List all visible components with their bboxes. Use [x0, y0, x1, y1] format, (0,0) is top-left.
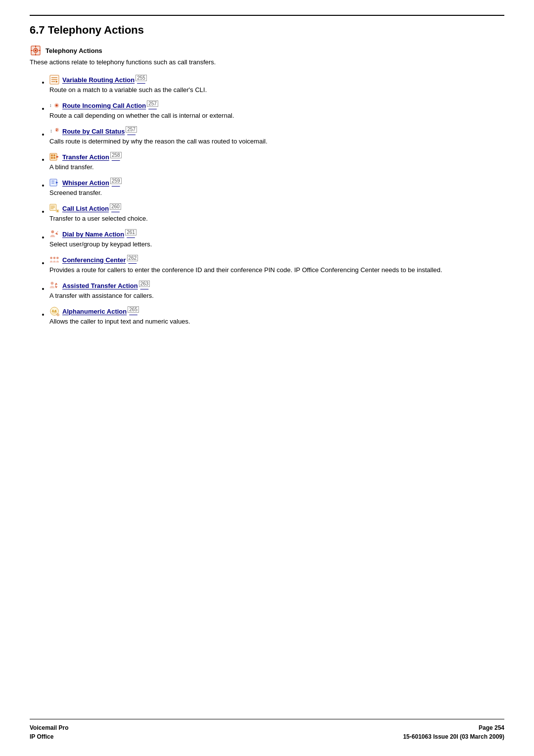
item-header: Aa 1 Alphanumeric Action265 — [49, 306, 504, 316]
conferencing-link[interactable]: Conferencing Center262 — [62, 255, 138, 264]
route-call-status-link[interactable]: Route by Call Status257 — [62, 127, 137, 135]
section-intro: These actions relate to telephony functi… — [30, 58, 504, 66]
svg-rect-24 — [53, 157, 55, 159]
svg-marker-27 — [56, 182, 58, 184]
route-call-status-icon: ↕ 2 — [49, 126, 59, 136]
route-incoming-desc: Route a call depending on whether the ca… — [49, 112, 504, 119]
item-header: ↕ 2 Route by Call Status257 — [49, 126, 504, 136]
list-item: Assisted Transfer Action263 A transfer w… — [49, 281, 504, 299]
list-item: ↕ Route Incoming Call Action257 Route a … — [49, 100, 504, 119]
svg-marker-40 — [55, 283, 57, 285]
items-list: Variable Routing Action255 Route on a ma… — [30, 75, 504, 325]
item-header: ↕ Route Incoming Call Action257 — [49, 100, 504, 110]
item-header: Assisted Transfer Action263 — [49, 281, 504, 290]
item-header: Conferencing Center262 — [49, 255, 504, 265]
list-item: Whisper Action259 Screened transfer. — [49, 178, 504, 196]
svg-text:2: 2 — [56, 128, 58, 132]
footer-issue: 15-601063 Issue 20l (03 March 2009) — [403, 732, 504, 741]
list-item: Aa 1 Alphanumeric Action265 Allows the c… — [49, 306, 504, 325]
conferencing-icon — [49, 255, 59, 265]
svg-rect-21 — [51, 154, 53, 156]
page-footer: Voicemail Pro IP Office Page 254 15-6010… — [30, 719, 504, 741]
route-call-status-desc: Calls route is determined by why the rea… — [49, 138, 504, 145]
telephony-section-icon — [30, 45, 42, 56]
item-header: Transfer Action258 — [49, 152, 504, 162]
alphanumeric-icon: Aa 1 — [49, 306, 59, 316]
variable-routing-link[interactable]: Variable Routing Action255 — [62, 75, 147, 84]
list-item: Conferencing Center262 Provides a route … — [49, 255, 504, 274]
item-header: Dial by Name Action261 — [49, 229, 504, 239]
list-item: Dial by Name Action261 Select user/group… — [49, 229, 504, 248]
svg-point-38 — [56, 257, 59, 259]
svg-point-7 — [35, 49, 37, 51]
svg-point-39 — [51, 282, 53, 284]
list-item: Call List Action260 Transfer to a user s… — [49, 203, 504, 222]
whisper-icon — [49, 178, 59, 188]
item-header: Whisper Action259 — [49, 178, 504, 188]
conferencing-desc: Provides a route for callers to enter th… — [49, 266, 504, 274]
page-title: 6.7 Telephony Actions — [30, 24, 504, 37]
assisted-transfer-link[interactable]: Assisted Transfer Action263 — [62, 281, 150, 289]
svg-point-34 — [51, 231, 54, 233]
section-header-title: Telephony Actions — [45, 47, 102, 54]
variable-routing-desc: Route on a match to a variable such as t… — [49, 86, 504, 94]
footer-product: Voicemail Pro — [30, 723, 68, 732]
svg-text:↕: ↕ — [50, 128, 52, 134]
assisted-transfer-desc: A transfer with assistance for callers. — [49, 292, 504, 299]
call-list-icon — [49, 203, 59, 213]
call-list-desc: Transfer to a user selected choice. — [49, 215, 504, 222]
svg-rect-26 — [50, 179, 57, 186]
section-header: Telephony Actions — [30, 45, 504, 56]
svg-point-36 — [50, 257, 52, 259]
list-item: Variable Routing Action255 Route on a ma… — [49, 75, 504, 94]
svg-rect-22 — [53, 154, 55, 156]
alphanumeric-link[interactable]: Alphanumeric Action265 — [62, 307, 139, 315]
assisted-transfer-icon — [49, 281, 59, 290]
item-header: Call List Action260 — [49, 203, 504, 213]
svg-marker-25 — [56, 156, 59, 158]
top-border — [30, 15, 504, 16]
transfer-link[interactable]: Transfer Action258 — [62, 152, 122, 161]
svg-rect-20 — [50, 153, 57, 160]
list-item: ↕ 2 Route by Call Status257 Calls route … — [49, 126, 504, 145]
footer-right: Page 254 15-601063 Issue 20l (03 March 2… — [403, 723, 504, 741]
transfer-desc: A blind transfer. — [49, 163, 504, 171]
call-list-link[interactable]: Call List Action260 — [62, 204, 121, 212]
dial-by-name-icon — [49, 229, 59, 239]
whisper-desc: Screened transfer. — [49, 189, 504, 196]
route-incoming-link[interactable]: Route Incoming Call Action257 — [62, 101, 158, 109]
route-incoming-icon: ↕ — [49, 100, 59, 110]
svg-marker-41 — [55, 286, 57, 288]
alphanumeric-desc: Allows the caller to input text and nume… — [49, 318, 504, 325]
footer-page-number: Page 254 — [403, 723, 504, 732]
svg-point-33 — [57, 210, 59, 212]
whisper-link[interactable]: Whisper Action259 — [62, 178, 122, 187]
svg-point-37 — [53, 257, 56, 259]
variable-routing-icon — [49, 75, 59, 85]
footer-left: Voicemail Pro IP Office — [30, 723, 68, 741]
dial-by-name-link[interactable]: Dial by Name Action261 — [62, 230, 136, 238]
footer-brand: IP Office — [30, 732, 68, 741]
list-item: Transfer Action258 A blind transfer. — [49, 152, 504, 171]
svg-text:1: 1 — [55, 309, 57, 313]
svg-point-16 — [56, 105, 57, 106]
page-container: 6.7 Telephony Actions Telephony Actions … — [0, 0, 534, 756]
transfer-icon — [49, 152, 59, 162]
item-header: Variable Routing Action255 — [49, 75, 504, 85]
svg-text:↕: ↕ — [49, 103, 52, 108]
dial-by-name-desc: Select user/group by keypad letters. — [49, 240, 504, 248]
svg-rect-23 — [51, 157, 53, 159]
